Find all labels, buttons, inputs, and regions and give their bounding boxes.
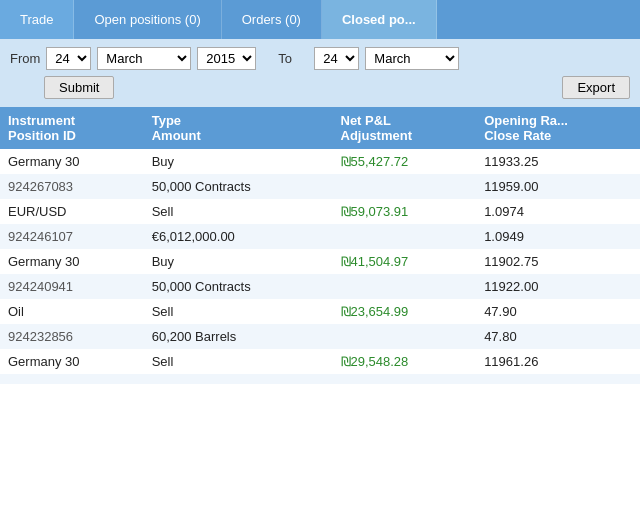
table-row: Germany 30 Buy ₪55,427.72 11933.25 — [0, 149, 640, 174]
adjustment-cell — [333, 174, 477, 199]
table-row: Germany 30 Sell ₪29,548.28 11961.26 — [0, 349, 640, 374]
position-id-cell: 924240941 — [0, 274, 144, 299]
opening-rate-cell: 11902.75 — [476, 249, 640, 274]
table-row: Germany 30 Buy ₪41,504.97 11902.75 — [0, 249, 640, 274]
adjustment-cell — [333, 274, 477, 299]
table-row-sub: 924246107 €6,012,000.00 1.0949 — [0, 224, 640, 249]
instrument-cell: EUR/USD — [0, 199, 144, 224]
tab-orders[interactable]: Orders (0) — [222, 0, 322, 39]
table-row: EUR/USD Sell ₪59,073.91 1.0974 — [0, 199, 640, 224]
header-pnl: Net P&L Adjustment — [333, 107, 477, 149]
from-day-select[interactable]: 1234567891011121314151617181920212223242… — [46, 47, 91, 70]
adjustment-cell — [333, 324, 477, 349]
date-range-row: From 12345678910111213141516171819202122… — [10, 47, 630, 70]
table-row-sub: 924232856 60,200 Barrels 47.80 — [0, 324, 640, 349]
table-header-row: Instrument Position ID Type Amount Net P… — [0, 107, 640, 149]
pnl-cell: ₪29,548.28 — [333, 349, 477, 374]
type-cell: Buy — [144, 249, 333, 274]
amount-cell: €6,012,000.00 — [144, 224, 333, 249]
tab-bar: Trade Open positions (0) Orders (0) Clos… — [0, 0, 640, 39]
adjustment-cell — [333, 374, 477, 384]
amount-cell: 50,000 Contracts — [144, 274, 333, 299]
opening-rate-cell: 11961.26 — [476, 349, 640, 374]
close-rate-cell: 1.0949 — [476, 224, 640, 249]
position-id-cell — [0, 374, 144, 384]
instrument-cell: Germany 30 — [0, 149, 144, 174]
header-instrument: Instrument Position ID — [0, 107, 144, 149]
position-id-cell: 924267083 — [0, 174, 144, 199]
table-row-sub — [0, 374, 640, 384]
close-rate-cell: 11922.00 — [476, 274, 640, 299]
submit-button[interactable]: Submit — [44, 76, 114, 99]
instrument-cell: Germany 30 — [0, 249, 144, 274]
type-cell: Buy — [144, 149, 333, 174]
to-month-select[interactable]: JanuaryFebruaryMarchAprilMayJuneJulyAugu… — [365, 47, 459, 70]
opening-rate-cell: 11933.25 — [476, 149, 640, 174]
close-rate-cell: 11959.00 — [476, 174, 640, 199]
header-rate: Opening Ra... Close Rate — [476, 107, 640, 149]
pnl-cell: ₪55,427.72 — [333, 149, 477, 174]
amount-cell: 60,200 Barrels — [144, 324, 333, 349]
adjustment-cell — [333, 224, 477, 249]
type-cell: Sell — [144, 299, 333, 324]
type-cell: Sell — [144, 199, 333, 224]
amount-cell — [144, 374, 333, 384]
pnl-cell: ₪41,504.97 — [333, 249, 477, 274]
position-id-cell: 924246107 — [0, 224, 144, 249]
header-type: Type Amount — [144, 107, 333, 149]
from-label: From — [10, 51, 40, 66]
to-day-select[interactable]: 1234567891011121314151617181920212223242… — [314, 47, 359, 70]
tab-closed-positions[interactable]: Closed po... — [322, 0, 437, 39]
from-year-select[interactable]: 2013201420152016 — [197, 47, 256, 70]
table-row-sub: 924267083 50,000 Contracts 11959.00 — [0, 174, 640, 199]
closed-positions-table: Instrument Position ID Type Amount Net P… — [0, 107, 640, 384]
export-button[interactable]: Export — [562, 76, 630, 99]
buttons-row: Submit Export — [10, 76, 630, 99]
opening-rate-cell: 1.0974 — [476, 199, 640, 224]
close-rate-cell: 47.80 — [476, 324, 640, 349]
instrument-cell: Germany 30 — [0, 349, 144, 374]
tab-open-positions[interactable]: Open positions (0) — [74, 0, 221, 39]
opening-rate-cell: 47.90 — [476, 299, 640, 324]
tab-trade[interactable]: Trade — [0, 0, 74, 39]
pnl-cell: ₪59,073.91 — [333, 199, 477, 224]
close-rate-cell — [476, 374, 640, 384]
table-row: Oil Sell ₪23,654.99 47.90 — [0, 299, 640, 324]
to-label: To — [278, 51, 308, 66]
amount-cell: 50,000 Contracts — [144, 174, 333, 199]
controls-panel: From 12345678910111213141516171819202122… — [0, 39, 640, 107]
position-id-cell: 924232856 — [0, 324, 144, 349]
type-cell: Sell — [144, 349, 333, 374]
from-month-select[interactable]: JanuaryFebruaryMarchAprilMayJuneJulyAugu… — [97, 47, 191, 70]
table-row-sub: 924240941 50,000 Contracts 11922.00 — [0, 274, 640, 299]
pnl-cell: ₪23,654.99 — [333, 299, 477, 324]
instrument-cell: Oil — [0, 299, 144, 324]
